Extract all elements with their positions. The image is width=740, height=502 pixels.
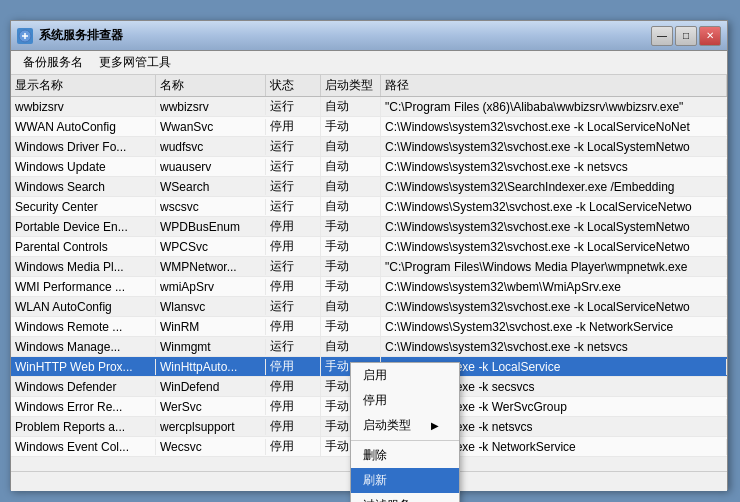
table-cell: 自动 — [321, 177, 381, 196]
table-cell: wscsvc — [156, 199, 266, 215]
table-cell: 自动 — [321, 137, 381, 156]
table-cell: WwanSvc — [156, 119, 266, 135]
table-row[interactable]: Windows Updatewuauserv运行自动C:\Windows\sys… — [11, 157, 727, 177]
table-cell: C:\Windows\system32\svchost.exe -k netsv… — [381, 159, 727, 175]
table-row[interactable]: Windows Manage...Winmgmt运行自动C:\Windows\s… — [11, 337, 727, 357]
context-menu: 启用停用启动类型▶删除刷新过滤服务 — [350, 362, 460, 502]
context-menu-item[interactable]: 过滤服务 — [351, 493, 459, 502]
maximize-button[interactable]: □ — [675, 26, 697, 46]
table-row[interactable]: WWAN AutoConfigWwanSvc停用手动C:\Windows\sys… — [11, 117, 727, 137]
table-cell: WinHttpAuto... — [156, 359, 266, 375]
table-cell: 停用 — [266, 357, 321, 376]
table-row[interactable]: Windows SearchWSearch运行自动C:\Windows\syst… — [11, 177, 727, 197]
table-cell: Windows Search — [11, 179, 156, 195]
table-cell: Windows Update — [11, 159, 156, 175]
table-row[interactable]: Windows Driver Fo...wudfsvc运行自动C:\Window… — [11, 137, 727, 157]
table-cell: Windows Defender — [11, 379, 156, 395]
table-cell: WLAN AutoConfig — [11, 299, 156, 315]
table-cell: 运行 — [266, 257, 321, 276]
context-menu-item-label: 停用 — [363, 392, 387, 409]
header-starttype[interactable]: 启动类型 — [321, 75, 381, 96]
table-cell: 自动 — [321, 197, 381, 216]
table-header: 显示名称 名称 状态 启动类型 路径 — [11, 75, 727, 97]
table-cell: WinHTTP Web Prox... — [11, 359, 156, 375]
table-cell: 自动 — [321, 97, 381, 116]
table-cell: Parental Controls — [11, 239, 156, 255]
submenu-arrow-icon: ▶ — [431, 420, 439, 431]
context-menu-item[interactable]: 启用 — [351, 363, 459, 388]
context-menu-item[interactable]: 停用 — [351, 388, 459, 413]
table-cell: C:\Windows\System32\svchost.exe -k Local… — [381, 199, 727, 215]
context-menu-item-label: 启动类型 — [363, 417, 411, 434]
table-row[interactable]: Security Centerwscsvc运行自动C:\Windows\Syst… — [11, 197, 727, 217]
table-cell: C:\Windows\system32\svchost.exe -k Local… — [381, 219, 727, 235]
table-cell: WPCSvc — [156, 239, 266, 255]
table-cell: C:\Windows\system32\svchost.exe -k netsv… — [381, 339, 727, 355]
header-name[interactable]: 名称 — [156, 75, 266, 96]
menu-backup[interactable]: 备份服务名 — [15, 52, 91, 73]
table-cell: 停用 — [266, 277, 321, 296]
context-menu-item[interactable]: 删除 — [351, 443, 459, 468]
context-menu-item[interactable]: 启动类型▶ — [351, 413, 459, 438]
header-display[interactable]: 显示名称 — [11, 75, 156, 96]
table-cell: 手动 — [321, 257, 381, 276]
menu-tools[interactable]: 更多网管工具 — [91, 52, 179, 73]
table-cell: 手动 — [321, 217, 381, 236]
table-row[interactable]: Windows Remote ...WinRM停用手动C:\Windows\Sy… — [11, 317, 727, 337]
table-cell: wercplsupport — [156, 419, 266, 435]
table-row[interactable]: Portable Device En...WPDBusEnum停用手动C:\Wi… — [11, 217, 727, 237]
table-cell: Windows Error Re... — [11, 399, 156, 415]
table-cell: C:\Windows\system32\svchost.exe -k Local… — [381, 239, 727, 255]
table-cell: 停用 — [266, 377, 321, 396]
context-menu-separator — [351, 440, 459, 441]
table-cell: WinRM — [156, 319, 266, 335]
table-cell: wwbizsrv — [156, 99, 266, 115]
table-cell: Windows Event Col... — [11, 439, 156, 455]
header-path[interactable]: 路径 — [381, 75, 727, 96]
table-cell: Windows Media Pl... — [11, 259, 156, 275]
table-cell: 停用 — [266, 317, 321, 336]
table-cell: 运行 — [266, 97, 321, 116]
table-cell: Wecsvc — [156, 439, 266, 455]
table-cell: 停用 — [266, 437, 321, 456]
table-cell: Portable Device En... — [11, 219, 156, 235]
table-cell: Windows Manage... — [11, 339, 156, 355]
table-cell: C:\Windows\system32\svchost.exe -k Local… — [381, 119, 727, 135]
table-cell: 运行 — [266, 197, 321, 216]
table-cell: WMI Performance ... — [11, 279, 156, 295]
table-row[interactable]: wwbizsrvwwbizsrv运行自动"C:\Program Files (x… — [11, 97, 727, 117]
table-cell: 手动 — [321, 277, 381, 296]
title-bar: 系统服务排查器 — □ ✕ — [11, 21, 727, 51]
menu-bar: 备份服务名 更多网管工具 — [11, 51, 727, 75]
header-status[interactable]: 状态 — [266, 75, 321, 96]
table-cell: 停用 — [266, 417, 321, 436]
table-row[interactable]: WLAN AutoConfigWlansvc运行自动C:\Windows\sys… — [11, 297, 727, 317]
table-cell: Windows Remote ... — [11, 319, 156, 335]
table-cell: 自动 — [321, 157, 381, 176]
table-cell: 手动 — [321, 117, 381, 136]
table-cell: 手动 — [321, 237, 381, 256]
table-cell: C:\Windows\System32\svchost.exe -k Netwo… — [381, 319, 727, 335]
close-button[interactable]: ✕ — [699, 26, 721, 46]
table-row[interactable]: Windows Media Pl...WMPNetwor...运行手动"C:\P… — [11, 257, 727, 277]
table-cell: Wlansvc — [156, 299, 266, 315]
minimize-button[interactable]: — — [651, 26, 673, 46]
window-icon — [17, 28, 33, 44]
table-cell: 停用 — [266, 397, 321, 416]
table-cell: 运行 — [266, 177, 321, 196]
table-cell: 停用 — [266, 117, 321, 136]
table-cell: "C:\Program Files\Windows Media Player\w… — [381, 259, 727, 275]
table-cell: C:\Windows\system32\SearchIndexer.exe /E… — [381, 179, 727, 195]
table-cell: 运行 — [266, 297, 321, 316]
table-row[interactable]: WMI Performance ...wmiApSrv停用手动C:\Window… — [11, 277, 727, 297]
window-controls: — □ ✕ — [651, 26, 721, 46]
context-menu-item[interactable]: 刷新 — [351, 468, 459, 493]
table-cell: wwbizsrv — [11, 99, 156, 115]
table-cell: WWAN AutoConfig — [11, 119, 156, 135]
table-cell: 自动 — [321, 297, 381, 316]
table-cell: WMPNetwor... — [156, 259, 266, 275]
table-cell: C:\Windows\system32\wbem\WmiApSrv.exe — [381, 279, 727, 295]
table-cell: 停用 — [266, 237, 321, 256]
table-row[interactable]: Parental ControlsWPCSvc停用手动C:\Windows\sy… — [11, 237, 727, 257]
table-cell: Windows Driver Fo... — [11, 139, 156, 155]
